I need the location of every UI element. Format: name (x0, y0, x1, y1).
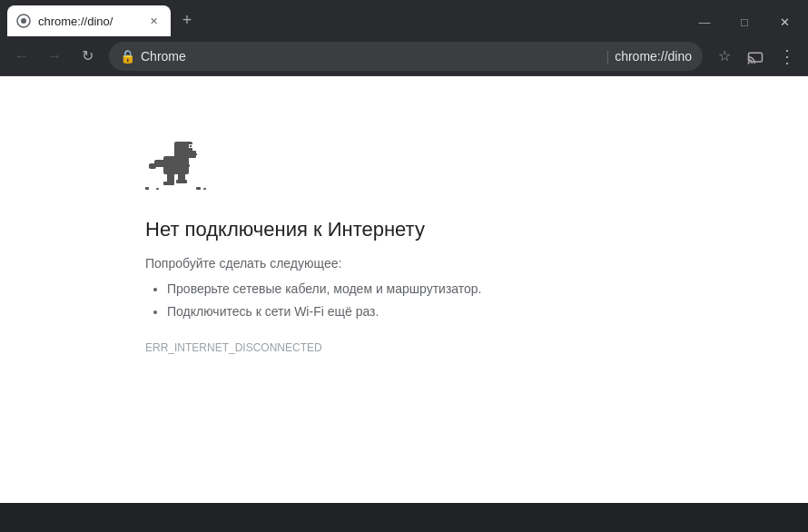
toolbar-actions: ☆ ⋮ (710, 42, 801, 71)
svg-rect-13 (149, 163, 156, 169)
svg-rect-11 (185, 164, 190, 167)
svg-point-1 (21, 18, 26, 24)
cast-button[interactable] (741, 42, 770, 71)
svg-rect-19 (156, 188, 159, 190)
svg-rect-8 (190, 145, 192, 147)
tab-title: chrome://dino/ (38, 15, 138, 28)
suggestion-1: Проверьте сетевые кабели, модем и маршру… (167, 278, 482, 300)
tab-favicon (16, 14, 31, 28)
error-title: Нет подключения к Интернету (145, 218, 425, 241)
svg-rect-18 (145, 187, 149, 190)
tabbar: chrome://dino/ ✕ + — □ ✕ (0, 0, 808, 36)
omnibox-divider: | (606, 49, 610, 64)
bookmark-button[interactable]: ☆ (710, 42, 739, 71)
dino-icon (145, 131, 207, 192)
forward-button[interactable]: → (40, 42, 69, 71)
back-button[interactable]: ← (7, 42, 36, 71)
maximize-button[interactable]: □ (724, 9, 764, 34)
dino-container (145, 131, 207, 196)
toolbar: ← → ↻ 🔒 Chrome | chrome://dino ☆ (0, 36, 808, 76)
svg-rect-16 (163, 182, 174, 185)
error-code: ERR_INTERNET_DISCONNECTED (145, 341, 322, 354)
svg-rect-17 (176, 180, 187, 183)
site-name: Chrome (141, 49, 601, 64)
page-content: Нет подключения к Интернету Попробуйте с… (0, 76, 808, 503)
close-button[interactable]: ✕ (764, 9, 804, 34)
svg-point-3 (747, 62, 749, 64)
omnibox-url: chrome://dino (615, 49, 692, 64)
svg-rect-21 (203, 188, 206, 190)
suggestion-2: Подключитесь к сети Wi-Fi ещё раз. (167, 300, 482, 323)
omnibox[interactable]: 🔒 Chrome | chrome://dino (109, 42, 703, 71)
svg-rect-20 (196, 187, 201, 190)
cast-icon (747, 48, 764, 64)
menu-button[interactable]: ⋮ (772, 42, 801, 71)
reload-button[interactable]: ↻ (73, 42, 102, 71)
minimize-button[interactable]: — (685, 9, 724, 34)
error-subtitle: Попробуйте сделать следующее: (145, 256, 341, 271)
secure-icon: 🔒 (120, 49, 135, 64)
tab-close-button[interactable]: ✕ (145, 13, 162, 29)
error-suggestions: Проверьте сетевые кабели, модем и маршру… (145, 278, 482, 323)
svg-rect-9 (194, 153, 197, 155)
active-tab[interactable]: chrome://dino/ ✕ (7, 5, 171, 36)
new-tab-button[interactable]: + (174, 7, 200, 33)
